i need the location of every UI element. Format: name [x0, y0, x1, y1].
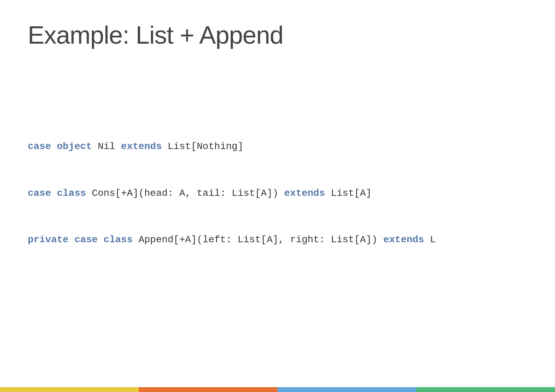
bottom-bar-green	[416, 387, 555, 392]
code-block: case object Nil extends List[Nothing] ca…	[28, 77, 527, 392]
code-line-1: case object Nil extends List[Nothing]	[28, 139, 527, 155]
slide-title: Example: List + Append	[28, 21, 527, 49]
slide-container: Example: List + Append case object Nil e…	[0, 0, 555, 392]
code-line-2: case class Cons[+A](head: A, tail: List[…	[28, 186, 527, 201]
bottom-bar-yellow	[0, 387, 139, 392]
bottom-bar-blue	[278, 387, 416, 392]
bottom-bar	[0, 387, 555, 392]
code-section-1: case object Nil extends List[Nothing] ca…	[28, 108, 527, 279]
bottom-bar-orange	[139, 387, 278, 392]
code-line-3: private case class Append[+A](left: List…	[28, 232, 527, 248]
